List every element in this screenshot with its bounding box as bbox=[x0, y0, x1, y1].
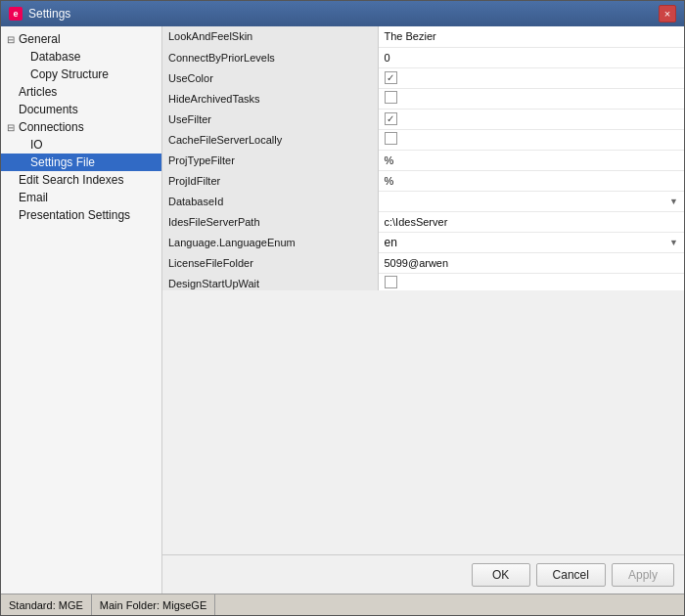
window-title: Settings bbox=[28, 7, 70, 21]
property-key: CacheFileServerLocally bbox=[162, 129, 378, 150]
property-value[interactable]: en▼ bbox=[378, 232, 684, 252]
property-key: ProjIdFilter bbox=[162, 170, 378, 191]
dropdown-language.languageenum[interactable]: en▼ bbox=[385, 236, 679, 249]
property-key: Language.LanguageEnum bbox=[162, 232, 378, 252]
property-value: The Bezier bbox=[378, 26, 684, 47]
table-row: UseColor bbox=[162, 67, 684, 88]
main-panel: LookAndFeelSkinThe BezierConnectByPriorL… bbox=[162, 26, 684, 594]
title-bar-left: e Settings bbox=[9, 7, 70, 21]
settings-table: LookAndFeelSkinThe BezierConnectByPriorL… bbox=[162, 26, 684, 290]
checkbox-usecolor[interactable] bbox=[385, 71, 397, 84]
property-key: DesignStartUpWait bbox=[162, 273, 378, 290]
sidebar-item-articles[interactable]: Articles bbox=[1, 83, 161, 101]
property-value[interactable] bbox=[378, 109, 684, 129]
expand-icon-connections: ⊟ bbox=[5, 122, 17, 133]
property-key: LicenseFileFolder bbox=[162, 252, 378, 273]
checkbox-hidearchivedtasks[interactable] bbox=[385, 91, 397, 104]
sidebar-item-presentation-settings[interactable]: Presentation Settings bbox=[1, 206, 161, 224]
table-row: LookAndFeelSkinThe Bezier bbox=[162, 26, 684, 47]
empty-panel bbox=[162, 290, 684, 554]
sidebar-label-copy-structure: Copy Structure bbox=[30, 67, 109, 81]
ok-button[interactable]: OK bbox=[472, 563, 530, 587]
expand-icon-general: ⊟ bbox=[5, 34, 17, 45]
table-row: ConnectByPriorLevels0 bbox=[162, 47, 684, 67]
property-value: % bbox=[378, 170, 684, 191]
apply-button[interactable]: Apply bbox=[612, 563, 674, 587]
sidebar-label-io: IO bbox=[30, 138, 43, 152]
content-area: ⊟GeneralDatabaseCopy StructureArticlesDo… bbox=[1, 26, 684, 594]
sidebar-label-documents: Documents bbox=[19, 103, 78, 116]
table-row: ProjTypeFilter% bbox=[162, 150, 684, 170]
checkbox-designstartupwait[interactable] bbox=[385, 276, 397, 288]
bottom-bar: OK Cancel Apply bbox=[162, 554, 684, 594]
status-left: Standard: MGE bbox=[1, 594, 92, 615]
table-row: IdesFileServerPathc:\IdesServer bbox=[162, 211, 684, 232]
table-row: DatabaseId▼ bbox=[162, 191, 684, 211]
dropdown-databaseid[interactable]: ▼ bbox=[385, 197, 679, 206]
sidebar-label-articles: Articles bbox=[19, 85, 57, 99]
property-key: ProjTypeFilter bbox=[162, 150, 378, 170]
close-button[interactable]: × bbox=[659, 5, 676, 22]
table-row: ProjIdFilter% bbox=[162, 170, 684, 191]
sidebar-item-database[interactable]: Database bbox=[1, 48, 161, 66]
sidebar: ⊟GeneralDatabaseCopy StructureArticlesDo… bbox=[1, 26, 162, 594]
property-value: 0 bbox=[378, 47, 684, 67]
sidebar-label-database: Database bbox=[30, 50, 80, 64]
settings-window: e Settings × ⊟GeneralDatabaseCopy Struct… bbox=[0, 0, 685, 616]
sidebar-item-connections[interactable]: ⊟Connections bbox=[1, 118, 161, 136]
property-value[interactable]: ▼ bbox=[378, 191, 684, 211]
sidebar-item-settings-file[interactable]: Settings File bbox=[1, 154, 161, 171]
property-key: UseFilter bbox=[162, 109, 378, 129]
sidebar-item-documents[interactable]: Documents bbox=[1, 101, 161, 118]
sidebar-item-copy-structure[interactable]: Copy Structure bbox=[1, 66, 161, 83]
status-right: Main Folder: MigseGE bbox=[92, 594, 215, 615]
sidebar-label-presentation-settings: Presentation Settings bbox=[19, 208, 130, 222]
property-value[interactable] bbox=[378, 88, 684, 109]
table-row: CacheFileServerLocally bbox=[162, 129, 684, 150]
property-key: LookAndFeelSkin bbox=[162, 26, 378, 47]
checkbox-cachefileserverlocally[interactable] bbox=[385, 132, 397, 145]
property-key: IdesFileServerPath bbox=[162, 211, 378, 232]
property-key: HideArchivedTasks bbox=[162, 88, 378, 109]
property-value: % bbox=[378, 150, 684, 170]
property-value: 5099@arwen bbox=[378, 252, 684, 273]
sidebar-item-general[interactable]: ⊟General bbox=[1, 30, 161, 48]
property-value[interactable] bbox=[378, 129, 684, 150]
property-value[interactable] bbox=[378, 273, 684, 290]
table-row: HideArchivedTasks bbox=[162, 88, 684, 109]
property-key: ConnectByPriorLevels bbox=[162, 47, 378, 67]
sidebar-label-connections: Connections bbox=[19, 120, 84, 134]
property-key: DatabaseId bbox=[162, 191, 378, 211]
cancel-button[interactable]: Cancel bbox=[536, 563, 606, 587]
sidebar-label-settings-file: Settings File bbox=[30, 155, 95, 169]
dropdown-arrow-icon: ▼ bbox=[669, 197, 678, 206]
property-value[interactable] bbox=[378, 67, 684, 88]
sidebar-label-email: Email bbox=[19, 191, 48, 204]
table-row: Language.LanguageEnumen▼ bbox=[162, 232, 684, 252]
table-row: LicenseFileFolder5099@arwen bbox=[162, 252, 684, 273]
sidebar-label-general: General bbox=[19, 32, 61, 46]
table-row: UseFilter bbox=[162, 109, 684, 129]
property-value: c:\IdesServer bbox=[378, 211, 684, 232]
sidebar-label-edit-search-indexes: Edit Search Indexes bbox=[19, 173, 123, 187]
dropdown-arrow-icon: ▼ bbox=[669, 238, 678, 247]
sidebar-item-io[interactable]: IO bbox=[1, 136, 161, 154]
properties-table: LookAndFeelSkinThe BezierConnectByPriorL… bbox=[162, 26, 684, 290]
status-bar: Standard: MGE Main Folder: MigseGE bbox=[1, 594, 684, 615]
app-icon: e bbox=[9, 7, 23, 21]
sidebar-item-email[interactable]: Email bbox=[1, 189, 161, 206]
sidebar-item-edit-search-indexes[interactable]: Edit Search Indexes bbox=[1, 171, 161, 189]
property-key: UseColor bbox=[162, 67, 378, 88]
table-row: DesignStartUpWait bbox=[162, 273, 684, 290]
title-bar: e Settings × bbox=[1, 1, 684, 26]
checkbox-usefilter[interactable] bbox=[385, 112, 397, 125]
